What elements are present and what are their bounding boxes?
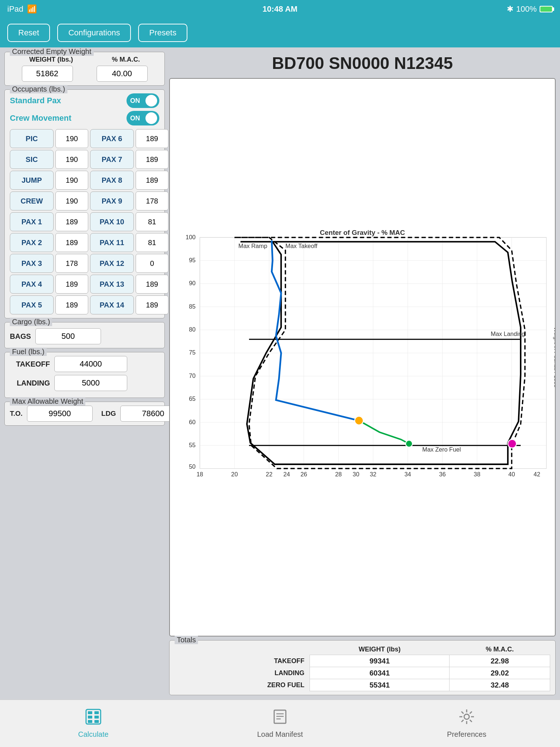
svg-rect-64 (94, 720, 99, 723)
svg-text:80: 80 (189, 326, 195, 333)
occ-btn-pax-7[interactable]: PAX 7 (90, 150, 134, 169)
svg-line-74 (462, 711, 464, 713)
totals-takeoff-weight: 99341 (310, 655, 450, 667)
bags-input[interactable] (35, 328, 101, 344)
svg-line-76 (470, 711, 472, 713)
occ-val-pic: 190 (55, 129, 88, 148)
svg-text:34: 34 (404, 471, 411, 477)
svg-text:50: 50 (189, 463, 195, 470)
ldg-label: LDG (101, 410, 116, 418)
svg-text:22: 22 (266, 471, 272, 477)
status-bar: iPad 📶 10:48 AM ✱ 100% (0, 0, 560, 18)
occ-btn-pax-12[interactable]: PAX 12 (90, 254, 134, 273)
occ-btn-pax-2[interactable]: PAX 2 (10, 233, 54, 252)
nav-preferences[interactable]: Preferences (430, 709, 503, 739)
occ-val-pax-8: 189 (136, 171, 168, 190)
occ-btn-pax-3[interactable]: PAX 3 (10, 254, 54, 273)
occ-btn-pax-4[interactable]: PAX 4 (10, 275, 54, 294)
occ-btn-crew[interactable]: CREW (10, 191, 54, 210)
occ-btn-pic[interactable]: PIC (10, 129, 54, 148)
ew-mac-input[interactable] (97, 66, 148, 82)
occ-val-pax-6: 189 (136, 129, 168, 148)
svg-text:32: 32 (370, 471, 376, 477)
svg-line-77 (462, 720, 464, 722)
takeoff-fuel-input[interactable] (54, 356, 127, 372)
svg-line-75 (470, 720, 472, 722)
preferences-icon (459, 709, 475, 728)
occ-val-jump: 190 (55, 171, 88, 190)
occ-val-pax-12: 0 (136, 254, 168, 273)
load-manifest-label: Load Manifest (257, 730, 303, 739)
svg-rect-59 (88, 711, 92, 714)
occ-btn-pax-6[interactable]: PAX 6 (90, 129, 134, 148)
main-content: Corrected Empty Weight WEIGHT (lbs.) % M… (0, 47, 560, 700)
occ-val-pax-10: 81 (136, 212, 168, 231)
svg-text:Max Landing: Max Landing (491, 330, 525, 337)
reset-button[interactable]: Reset (7, 24, 50, 42)
nav-calculate[interactable]: Calculate (57, 709, 130, 739)
fuel-section: Fuel (lbs.) TAKEOFF LANDING (4, 352, 165, 398)
ew-weight-input[interactable] (22, 66, 73, 82)
totals-landing-mac: 29.02 (450, 667, 550, 679)
svg-rect-61 (88, 716, 92, 719)
occupants-section-label: Occupants (lbs.) (10, 85, 67, 93)
svg-text:65: 65 (189, 395, 195, 402)
svg-text:24: 24 (283, 471, 290, 477)
ew-mac-header: % M.A.C. (112, 56, 140, 63)
svg-rect-60 (94, 711, 99, 714)
device-label: iPad (7, 4, 23, 14)
totals-landing-row: LANDING 60341 29.02 (175, 667, 550, 679)
occ-val-pax-13: 189 (136, 275, 168, 294)
crew-movement-label: Crew Movement (10, 113, 71, 123)
bags-label: BAGS (10, 332, 31, 341)
nav-load-manifest[interactable]: Load Manifest (244, 709, 316, 739)
load-manifest-icon (272, 709, 288, 728)
configurations-button[interactable]: Configurations (57, 24, 131, 42)
toggle-knob (145, 95, 157, 107)
occ-btn-pax-9[interactable]: PAX 9 (90, 191, 134, 210)
occ-btn-pax-13[interactable]: PAX 13 (90, 275, 134, 294)
svg-rect-63 (88, 720, 92, 723)
occ-btn-pax-1[interactable]: PAX 1 (10, 212, 54, 231)
svg-point-69 (464, 714, 469, 719)
bluetooth-icon: ✱ (507, 4, 513, 14)
aircraft-title: BD700 SN0000 N12345 (169, 52, 556, 74)
svg-text:85: 85 (189, 303, 195, 310)
occ-val-pax-3: 178 (55, 254, 88, 273)
occ-val-pax-5: 189 (55, 295, 88, 314)
to-input[interactable] (27, 406, 93, 422)
standard-pax-label: Standard Pax (10, 96, 61, 105)
occ-btn-sic[interactable]: SIC (10, 150, 54, 169)
svg-text:95: 95 (189, 257, 195, 263)
svg-text:55: 55 (189, 442, 195, 448)
occ-val-pax-1: 189 (55, 212, 88, 231)
occ-btn-pax-5[interactable]: PAX 5 (10, 295, 54, 314)
svg-text:28: 28 (335, 471, 342, 477)
svg-point-57 (406, 440, 413, 447)
occ-val-pax-9: 178 (136, 191, 168, 210)
standard-pax-toggle[interactable]: ON (127, 93, 159, 108)
cargo-section-label: Cargo (lbs.) (10, 318, 52, 326)
occ-btn-pax-14[interactable]: PAX 14 (90, 295, 134, 314)
maw-section-label: Max Allowable Weight (10, 397, 85, 406)
crew-movement-toggle[interactable]: ON (127, 111, 159, 125)
occ-val-pax-4: 189 (55, 275, 88, 294)
totals-zerofuel-weight: 55341 (310, 679, 450, 691)
occ-btn-pax-10[interactable]: PAX 10 (90, 212, 134, 231)
bottom-nav: Calculate Load Manifest (0, 700, 560, 747)
svg-text:42: 42 (534, 471, 540, 477)
occ-btn-jump[interactable]: JUMP (10, 171, 54, 190)
takeoff-fuel-label: TAKEOFF (10, 360, 50, 368)
svg-text:Max Takeoff: Max Takeoff (285, 243, 318, 249)
svg-text:30: 30 (353, 471, 359, 477)
occ-btn-pax-11[interactable]: PAX 11 (90, 233, 134, 252)
totals-takeoff-label: TAKEOFF (175, 655, 310, 667)
svg-text:38: 38 (474, 471, 480, 477)
standard-pax-row: Standard Pax ON (10, 93, 159, 108)
totals-takeoff-mac: 22.98 (450, 655, 550, 667)
presets-button[interactable]: Presets (138, 24, 187, 42)
svg-text:40: 40 (508, 471, 515, 477)
landing-fuel-input[interactable] (54, 375, 127, 391)
occ-btn-pax-8[interactable]: PAX 8 (90, 171, 134, 190)
occ-val-pax-7: 189 (136, 150, 168, 169)
